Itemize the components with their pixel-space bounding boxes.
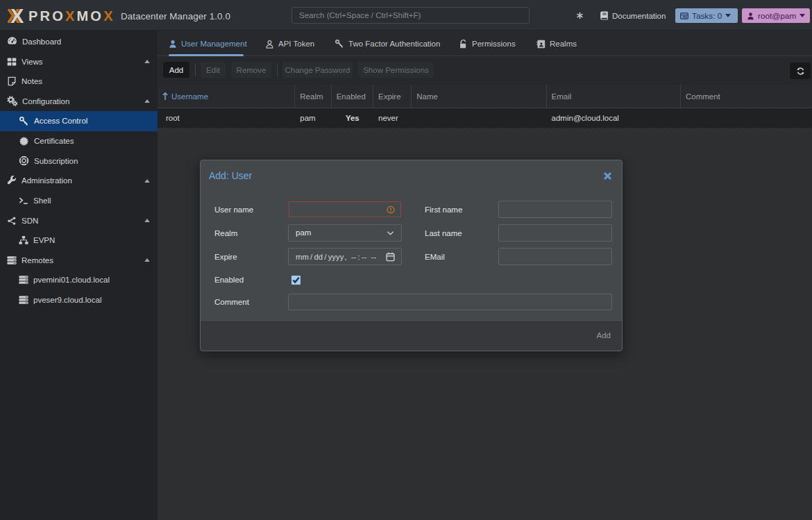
svg-text:X: X <box>10 6 24 24</box>
svg-text:PROXMOX: PROXMOX <box>28 8 115 24</box>
